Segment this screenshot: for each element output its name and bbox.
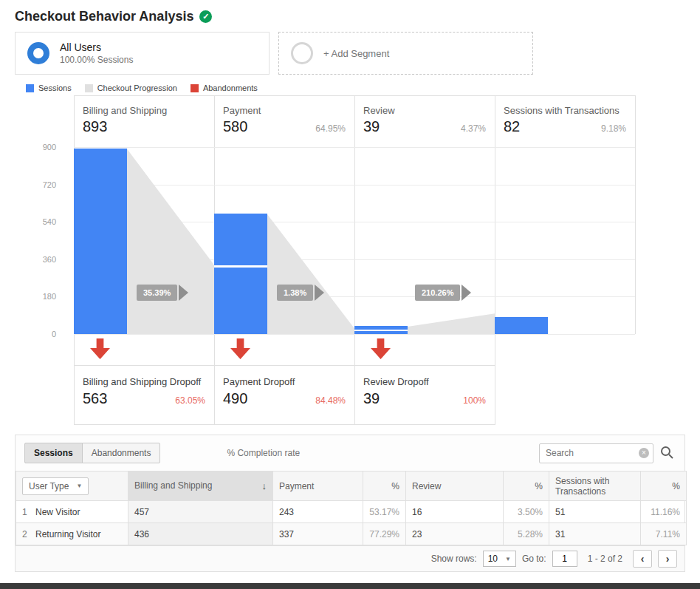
column-header-review-pct[interactable]: % [504, 471, 549, 501]
cell-billing: 457 [128, 501, 273, 523]
cell-transactions: 31 [549, 523, 641, 545]
column-header-transactions-pct[interactable]: % [641, 471, 687, 501]
table-toolbar: Sessions Abandonments % Completion rate … [16, 435, 684, 471]
sessions-swatch-icon [26, 84, 34, 92]
user-type-value: Returning Visitor [35, 529, 101, 539]
column-separator [635, 95, 636, 334]
stage-pct: 9.18% [601, 123, 626, 134]
cell-payment-pct: 77.29% [363, 523, 406, 545]
gridline [74, 147, 635, 148]
segment-subtitle: 100.00% Sessions [60, 55, 133, 65]
dropoff-value: 563 [83, 390, 107, 407]
y-axis-tick: 540 [15, 217, 56, 226]
chevron-down-icon: ▼ [505, 556, 511, 562]
show-rows-select[interactable]: 10 ▼ [483, 551, 516, 567]
chevron-down-icon: ▼ [76, 483, 82, 489]
cell-review: 23 [406, 523, 504, 545]
user-type-value: New Visitor [35, 507, 80, 517]
column-header-billing[interactable]: Billing and Shipping ↓ [128, 471, 273, 501]
transition-pill[interactable]: 1.38% [277, 285, 324, 301]
bottom-bar [0, 583, 700, 589]
bar-split-line [354, 330, 408, 331]
funnel-bar [214, 214, 267, 334]
clear-search-icon[interactable]: × [639, 448, 649, 458]
bar-split-line [214, 265, 267, 268]
goto-page-input[interactable] [552, 551, 577, 567]
sort-desc-icon: ↓ [262, 480, 267, 491]
dropoff-arrow-icon [90, 338, 110, 359]
progression-swatch-icon [85, 84, 93, 92]
table-header-row: User Type ▼ Billing and Shipping ↓ Payme… [16, 471, 687, 501]
chart-legend: Sessions Checkout Progression Abandonmen… [26, 84, 700, 92]
add-segment-circle-icon [291, 42, 313, 64]
search-icon[interactable] [658, 443, 676, 463]
add-segment-label: + Add Segment [323, 48, 389, 59]
progression-connector [127, 147, 214, 334]
segment-title: All Users [60, 41, 133, 53]
column-header-review[interactable]: Review [406, 471, 504, 501]
dropoff-pct: 100% [463, 395, 486, 406]
funnel-chart: Billing and Shipping 893 Payment 580 64.… [0, 95, 700, 426]
transition-pill[interactable]: 210.26% [415, 285, 471, 301]
cell-payment: 243 [273, 501, 363, 523]
stage-pct: 64.95% [315, 123, 346, 134]
stage-value: 893 [83, 118, 107, 135]
legend-item-progression: Checkout Progression [85, 84, 177, 92]
segments-row: All Users 100.00% Sessions + Add Segment [15, 32, 685, 75]
stage-pct: 4.37% [461, 123, 486, 134]
page-header: Checkout Behavior Analysis ✓ [0, 0, 700, 29]
dropoff-review: Review Dropoff 39 100% [354, 365, 495, 424]
column-header-payment-pct[interactable]: % [363, 471, 406, 501]
user-type-dropdown[interactable]: User Type ▼ [22, 477, 89, 495]
legend-item-sessions: Sessions [26, 84, 72, 92]
stage-value: 580 [223, 118, 247, 135]
gridline [74, 334, 635, 335]
funnel-bar [74, 149, 127, 334]
column-header-transactions[interactable]: Sessions with Transactions [549, 471, 641, 501]
cell-review: 16 [406, 501, 504, 523]
cell-billing: 436 [128, 523, 273, 545]
stage-transactions: Sessions with Transactions 82 9.18% [495, 95, 635, 147]
cell-payment: 337 [273, 523, 363, 545]
stage-review: Review 39 4.37% [354, 95, 495, 147]
dropoff-value: 39 [363, 390, 380, 407]
results-table: User Type ▼ Billing and Shipping ↓ Payme… [16, 471, 687, 545]
dropoff-arrow-icon [230, 338, 250, 359]
y-axis-tick: 720 [15, 180, 56, 189]
y-axis-tick: 180 [15, 292, 56, 301]
add-segment-button[interactable]: + Add Segment [278, 32, 533, 75]
abandonments-swatch-icon [191, 84, 199, 92]
y-axis-tick: 0 [15, 330, 56, 338]
cell-transactions: 51 [549, 501, 641, 523]
stage-billing-shipping: Billing and Shipping 893 [74, 95, 214, 147]
segment-all-users[interactable]: All Users 100.00% Sessions [15, 32, 270, 75]
tab-abandonments[interactable]: Abandonments [82, 443, 161, 463]
stage-value: 82 [504, 118, 520, 135]
dropoff-arrow-icon [371, 338, 391, 359]
y-axis-tick: 900 [15, 143, 56, 151]
progression-connector [408, 147, 495, 334]
gridline [74, 185, 635, 185]
arrow-right-icon [461, 285, 471, 301]
next-page-button[interactable]: › [658, 550, 677, 568]
completion-rate-label: % Completion rate [227, 448, 300, 458]
cell-payment-pct: 53.17% [363, 501, 406, 523]
prev-page-button[interactable]: ‹ [633, 550, 652, 568]
table-row: 1New Visitor 457 243 53.17% 16 3.50% 51 … [16, 501, 687, 523]
arrow-right-icon [315, 285, 324, 301]
tab-sessions[interactable]: Sessions [24, 443, 83, 463]
pagination-range: 1 - 2 of 2 [588, 554, 622, 564]
verified-check-icon: ✓ [199, 10, 212, 23]
column-header-payment[interactable]: Payment [273, 471, 363, 501]
dropoff-pct: 63.05% [175, 395, 205, 406]
table-row: 2Returning Visitor 436 337 77.29% 23 5.2… [16, 523, 687, 545]
search-input[interactable] [539, 443, 653, 463]
cell-review-pct: 3.50% [504, 501, 549, 523]
stage-headers: Billing and Shipping 893 Payment 580 64.… [74, 95, 635, 147]
cell-review-pct: 5.28% [504, 523, 549, 545]
dropoff-value: 490 [223, 390, 247, 407]
table-footer: Show rows: 10 ▼ Go to: 1 - 2 of 2 ‹ › [16, 545, 684, 571]
dropoff-billing-shipping: Billing and Shipping Dropoff 563 63.05% [74, 365, 214, 424]
dropoff-pct: 84.48% [315, 395, 346, 406]
transition-pill[interactable]: 35.39% [137, 285, 188, 301]
